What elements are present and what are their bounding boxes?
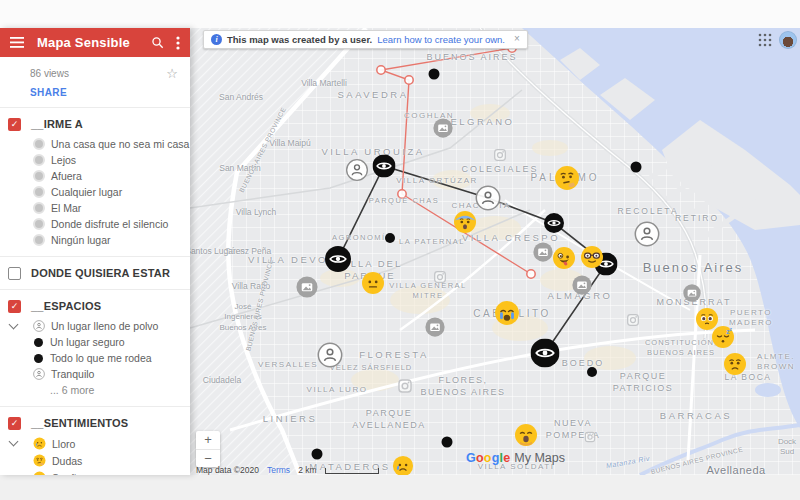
layer-header[interactable]: DONDE QUISIERA ESTAR <box>0 265 190 281</box>
layer-item[interactable]: Un lugar seguro <box>0 334 190 350</box>
map-viewport[interactable]: NÚÑEZ, BUENOS AIRESSAAVEDRACOGHLANBELGRA… <box>190 28 800 475</box>
dot-marker[interactable] <box>442 437 453 448</box>
layer-checkbox[interactable] <box>8 267 21 280</box>
layer-item-label: ... 6 more <box>50 384 94 396</box>
person-marker[interactable] <box>346 159 369 182</box>
photo-marker[interactable] <box>296 276 319 299</box>
layer-item[interactable]: Un lugar lleno de polvo <box>0 318 190 334</box>
layer-item[interactable]: ... 6 more <box>0 382 190 398</box>
banner-learn-link[interactable]: Learn how to create your own. <box>377 34 505 45</box>
layer-item[interactable]: Lejos <box>0 152 190 168</box>
star-icon[interactable]: ☆ <box>166 67 178 80</box>
layer-header[interactable]: __ESPACIOS <box>0 298 190 314</box>
red-route[interactable] <box>381 48 531 274</box>
terms-link[interactable]: Terms <box>267 465 290 475</box>
layer-checkbox[interactable] <box>8 300 21 313</box>
layer-item-label: Afuera <box>51 170 82 182</box>
photo-marker[interactable] <box>683 284 702 303</box>
eye-marker[interactable] <box>325 246 351 272</box>
gray-dot-icon <box>33 234 45 246</box>
dot-marker[interactable] <box>587 367 597 377</box>
sleep-emoji-marker[interactable]: zz <box>711 325 735 349</box>
gray-dot-icon <box>33 186 45 198</box>
cry-emoji-marker[interactable] <box>392 455 414 475</box>
person-marker[interactable] <box>634 221 660 247</box>
dot-marker[interactable] <box>385 233 395 243</box>
person-marker[interactable] <box>475 185 501 211</box>
loudcry-emoji-marker[interactable] <box>494 300 520 326</box>
layer-item[interactable]: Sueño <box>0 469 190 475</box>
top-strip <box>0 0 800 28</box>
layer-item[interactable]: Todo lo que me rodea <box>0 350 190 366</box>
photo-marker[interactable] <box>425 317 446 338</box>
info-icon: i <box>211 34 222 45</box>
camera-marker[interactable] <box>626 313 641 328</box>
black-dot-icon <box>33 337 44 348</box>
camera-marker[interactable] <box>397 378 414 395</box>
layer-item-label: Sueño <box>52 472 82 476</box>
hamburger-menu-icon[interactable] <box>10 37 24 48</box>
layer-title: __ESPACIOS <box>31 300 101 312</box>
eye-marker[interactable] <box>531 339 560 368</box>
person-marker[interactable] <box>317 342 343 368</box>
think-emoji-marker[interactable] <box>554 165 580 191</box>
yawn-emoji-marker[interactable] <box>514 423 538 447</box>
user-avatar[interactable] <box>779 31 797 49</box>
map-meta: 86 views ☆ SHARE <box>0 57 190 107</box>
think-emoji-icon <box>33 454 46 467</box>
kebab-menu-icon[interactable] <box>176 36 180 50</box>
layer-header[interactable]: __IRME A <box>0 116 190 132</box>
camera-marker[interactable] <box>493 148 508 163</box>
dot-marker[interactable] <box>312 449 323 460</box>
screen: NÚÑEZ, BUENOS AIRESSAAVEDRACOGHLANBELGRA… <box>0 0 800 500</box>
google-my-maps-watermark: Google My Maps <box>466 451 565 465</box>
map-data-label: Map data ©2020 <box>196 465 259 475</box>
layer-item[interactable]: El Mar <box>0 200 190 216</box>
bottom-strip <box>0 475 800 500</box>
dot-marker[interactable] <box>631 162 642 173</box>
share-button[interactable]: SHARE <box>30 87 178 98</box>
layer-item-label: El Mar <box>51 202 81 214</box>
layer-item[interactable]: Una casa que no sea mi casa <box>0 136 190 152</box>
layer-section: __ESPACIOSUn lugar lleno de polvoUn luga… <box>0 289 190 406</box>
banner-close-icon[interactable]: × <box>514 34 520 44</box>
worried-emoji-marker[interactable] <box>723 352 747 376</box>
camera-marker[interactable] <box>433 270 448 285</box>
red-route-vertex[interactable] <box>377 66 385 74</box>
layer-item[interactable]: Ningún lugar <box>0 232 190 248</box>
red-route-vertex[interactable] <box>405 76 413 84</box>
photo-marker[interactable] <box>533 242 554 263</box>
map-canvas[interactable] <box>190 28 800 475</box>
eye-marker[interactable] <box>373 155 396 178</box>
layer-item-label: Dudas <box>52 455 82 467</box>
google-logo: Google <box>466 451 510 465</box>
layer-checkbox[interactable] <box>8 118 21 131</box>
layer-item-label: Tranquilo <box>51 368 94 380</box>
layer-item[interactable]: Lloro <box>0 435 190 452</box>
layer-item[interactable]: Cualquier lugar <box>0 184 190 200</box>
layer-item[interactable]: Tranquilo <box>0 366 190 382</box>
eye-marker[interactable] <box>544 213 564 233</box>
layer-checkbox[interactable] <box>8 417 21 430</box>
layer-item[interactable]: Dudas <box>0 452 190 469</box>
nerd-emoji-marker[interactable] <box>580 245 604 269</box>
search-icon[interactable] <box>151 36 164 49</box>
fear-emoji-marker[interactable] <box>453 210 477 234</box>
gray-dot-icon <box>33 138 45 150</box>
zany-emoji-marker[interactable] <box>552 246 576 270</box>
layer-item-label: Un lugar seguro <box>50 336 125 348</box>
layer-item[interactable]: Donde disfrute el silencio <box>0 216 190 232</box>
photo-marker[interactable] <box>433 118 454 139</box>
red-route-vertex[interactable] <box>527 270 535 278</box>
google-apps-grid-icon[interactable] <box>758 33 772 51</box>
camera-marker[interactable] <box>584 431 597 444</box>
layer-title: __IRME A <box>31 118 83 130</box>
neutral-emoji-marker[interactable] <box>361 271 385 295</box>
dot-marker[interactable] <box>429 69 440 80</box>
zoom-in-button[interactable]: + <box>196 431 220 450</box>
layer-header[interactable]: __SENTIMIENTOS <box>0 415 190 431</box>
scale-label: 2 km <box>298 465 316 475</box>
red-route-vertex[interactable] <box>398 190 406 198</box>
photo-marker[interactable] <box>572 275 593 296</box>
layer-item[interactable]: Afuera <box>0 168 190 184</box>
